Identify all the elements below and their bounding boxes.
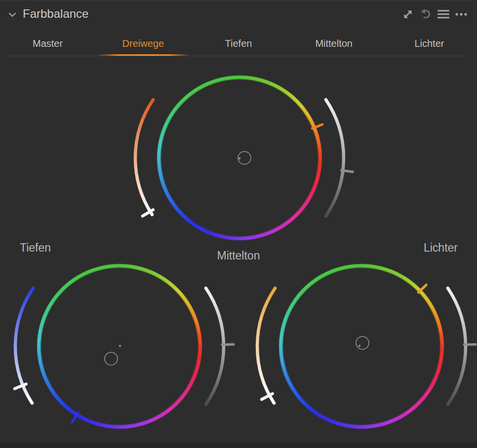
luminosity-tick-mittelton[interactable] [341, 170, 353, 172]
expand-icon[interactable] [401, 7, 415, 22]
balance-indicator-lichter[interactable] [356, 336, 369, 349]
reset-icon[interactable] [419, 7, 433, 22]
hue-tick-lichter[interactable] [418, 285, 426, 292]
saturation-arc-mittelton[interactable] [135, 100, 153, 215]
wheel-center-dot-lichter [358, 345, 360, 347]
hue-tick-mittelton[interactable] [312, 124, 322, 128]
wheel-label-lichter: Lichter [424, 241, 458, 255]
luminosity-arc-mittelton[interactable] [326, 100, 344, 216]
chevron-down-icon[interactable] [7, 10, 17, 20]
panel-header: Farbbalance [0, 0, 477, 29]
saturation-arc-lichter[interactable] [257, 288, 275, 403]
wheel-center-dot-mittelton [238, 157, 240, 159]
luminosity-arc-lichter[interactable] [448, 288, 466, 405]
wheel-label-mittelton: Mittelton [0, 249, 477, 262]
menu-icon[interactable] [437, 7, 450, 22]
color-balance-panel: { "panel": { "title": "Farbbalance", "ba… [0, 0, 477, 448]
wheel-center-dot-tiefen [119, 345, 121, 347]
more-icon[interactable] [454, 7, 468, 22]
balance-indicator-tiefen[interactable] [105, 352, 118, 365]
hue-tick-tiefen[interactable] [72, 413, 78, 422]
panel-bottom-edge [0, 442, 477, 448]
tab-lichter[interactable]: Lichter [382, 38, 477, 57]
panel-title: Farbbalance [23, 7, 88, 21]
tab-master[interactable]: Master [0, 38, 95, 57]
wheel-label-tiefen: Tiefen [20, 241, 51, 255]
luminosity-arc-tiefen[interactable] [206, 288, 224, 405]
